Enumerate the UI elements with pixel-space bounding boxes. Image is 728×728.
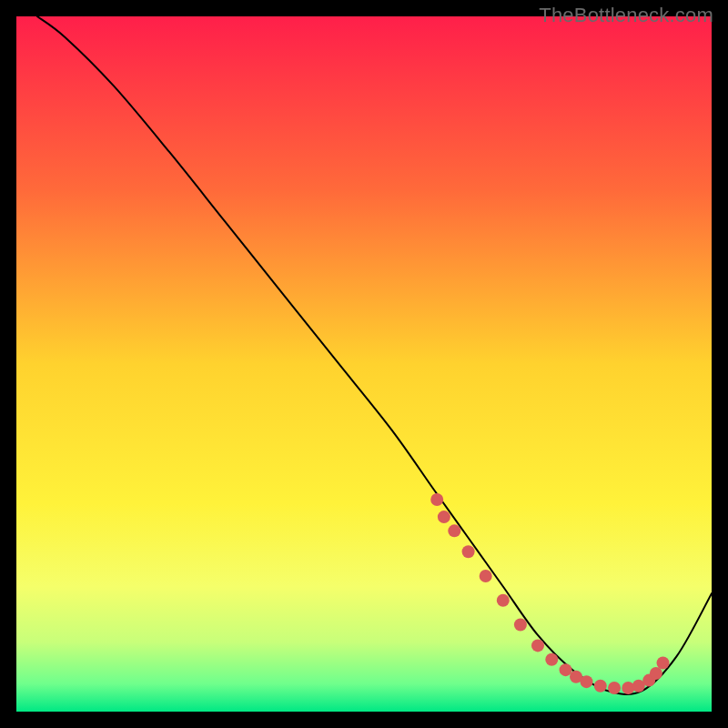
chart-container: TheBottleneck.com bbox=[0, 0, 728, 728]
marker-point bbox=[497, 594, 510, 607]
marker-point bbox=[438, 511, 450, 523]
marker-point bbox=[514, 619, 527, 632]
marker-point bbox=[560, 663, 572, 676]
marker-point bbox=[608, 682, 621, 694]
marker-point bbox=[480, 570, 492, 582]
marker-point bbox=[448, 524, 460, 537]
curve-layer bbox=[16, 16, 712, 712]
plot-area bbox=[16, 16, 712, 712]
marker-point bbox=[430, 493, 443, 506]
marker-point bbox=[594, 680, 607, 693]
marker-point bbox=[657, 657, 670, 670]
bottleneck-curve bbox=[37, 16, 712, 694]
marker-point bbox=[545, 653, 558, 666]
marker-point bbox=[531, 639, 544, 652]
marker-point bbox=[650, 667, 662, 680]
watermark-text: TheBottleneck.com bbox=[539, 4, 713, 27]
marker-point bbox=[580, 675, 592, 688]
marker-point bbox=[462, 545, 475, 558]
